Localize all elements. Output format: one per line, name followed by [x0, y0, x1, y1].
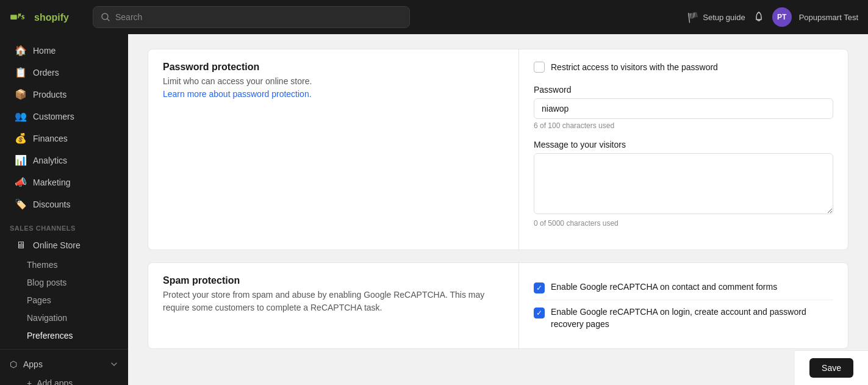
recaptcha-login-row: Enable Google reCAPTCHA on login, create…: [534, 300, 833, 336]
spam-right: Enable Google reCAPTCHA on contact and c…: [518, 263, 848, 348]
password-learn-more-link[interactable]: Learn more about password protection.: [163, 89, 312, 99]
apps-label: ⬡ Apps: [10, 359, 43, 369]
spam-panel: Spam protection Protect your store from …: [148, 263, 848, 348]
finances-icon: 💰: [15, 132, 27, 144]
save-button[interactable]: Save: [809, 358, 853, 378]
message-label: Message to your visitors: [534, 140, 833, 149]
sidebar-item-preferences[interactable]: Preferences: [5, 327, 123, 344]
sidebar-sub-label: Navigation: [27, 313, 67, 323]
chevron-down-icon: [110, 360, 118, 369]
search-input[interactable]: [115, 12, 402, 22]
sidebar-item-label: Discounts: [33, 200, 70, 209]
discounts-icon: 🏷️: [15, 198, 27, 210]
bell-icon: [753, 11, 765, 23]
main-layout: 🏠 Home 📋 Orders 📦 Products 👥 Customers 💰…: [0, 34, 868, 385]
spam-section-desc: Protect your store from spam and abuse b…: [163, 289, 489, 314]
password-char-count: 6 of 100 characters used: [534, 121, 833, 130]
sidebar-item-label: Analytics: [33, 156, 67, 165]
analytics-icon: 📊: [15, 154, 27, 166]
spam-left: Spam protection Protect your store from …: [148, 263, 504, 348]
message-form-group: Message to your visitors 0 of 5000 chara…: [534, 140, 833, 228]
sidebar-item-blog-posts[interactable]: Blog posts: [5, 274, 123, 291]
save-area: Save: [795, 350, 868, 385]
topbar-right: 🏴 Setup guide PT Popupsmart Test: [687, 7, 858, 27]
home-icon: 🏠: [15, 45, 27, 56]
sidebar-item-label: Products: [33, 90, 66, 99]
sidebar-sub-label: Pages: [27, 295, 51, 305]
sidebar-item-online-store[interactable]: 🖥 Online Store: [5, 235, 123, 256]
password-desc-text: Limit who can access your online store.: [163, 76, 312, 86]
sidebar-item-label: Finances: [33, 134, 68, 143]
search-bar[interactable]: [93, 6, 410, 28]
sidebar-item-navigation[interactable]: Navigation: [5, 309, 123, 326]
apps-section[interactable]: ⬡ Apps: [0, 354, 128, 374]
password-section-title: Password protection: [163, 62, 489, 73]
restrict-row: Restrict access to visitors with the pas…: [534, 62, 833, 73]
sidebar-sub-label: Preferences: [27, 331, 73, 340]
sidebar-item-analytics[interactable]: 📊 Analytics: [5, 149, 123, 171]
message-char-count: 0 of 5000 characters used: [534, 219, 833, 228]
online-store-icon: 🖥: [15, 240, 27, 251]
sidebar-item-orders[interactable]: 📋 Orders: [5, 62, 123, 83]
avatar[interactable]: PT: [772, 7, 792, 27]
add-apps-label: Add apps: [37, 378, 73, 385]
sidebar-item-marketing[interactable]: 📣 Marketing: [5, 171, 123, 193]
recaptcha-login-checkbox[interactable]: [534, 308, 545, 318]
sidebar-item-label: Online Store: [33, 240, 81, 250]
apps-icon: ⬡: [10, 359, 17, 369]
password-input[interactable]: [534, 98, 833, 119]
sidebar-footer: ⬡ Apps + Add apps: [0, 349, 128, 385]
recaptcha-contact-row: Enable Google reCAPTCHA on contact and c…: [534, 275, 833, 300]
notifications-button[interactable]: [753, 11, 765, 23]
recaptcha-contact-checkbox[interactable]: [534, 282, 545, 293]
message-textarea[interactable]: [534, 153, 833, 214]
sidebar-item-home[interactable]: 🏠 Home: [5, 40, 123, 61]
spam-protection-card: Spam protection Protect your store from …: [148, 262, 848, 349]
sidebar-item-label: Marketing: [33, 178, 70, 187]
restrict-checkbox[interactable]: [534, 62, 545, 73]
svg-text:shopify: shopify: [34, 12, 69, 23]
marketing-icon: 📣: [15, 176, 27, 188]
password-form-group: Password 6 of 100 characters used: [534, 85, 833, 130]
sidebar-item-label: Orders: [33, 68, 59, 77]
user-name: Popupsmart Test: [799, 13, 858, 22]
sidebar-item-label: Home: [33, 46, 56, 56]
svg-rect-0: [10, 15, 17, 20]
orders-icon: 📋: [15, 67, 27, 78]
sidebar-item-discounts[interactable]: 🏷️ Discounts: [5, 193, 123, 215]
recaptcha-contact-label: Enable Google reCAPTCHA on contact and c…: [551, 281, 777, 293]
password-left: Password protection Limit who can access…: [148, 49, 504, 250]
content-area: Password protection Limit who can access…: [128, 34, 868, 385]
sidebar-item-pages[interactable]: Pages: [5, 292, 123, 309]
spam-section-title: Spam protection: [163, 275, 489, 286]
sidebar-sub-label: Themes: [27, 260, 58, 270]
password-label: Password: [534, 85, 833, 95]
flag-icon: 🏴: [687, 12, 699, 23]
add-apps-button[interactable]: + Add apps: [5, 375, 123, 385]
plus-icon: +: [27, 378, 32, 385]
logo[interactable]: shopify: [10, 7, 83, 27]
sidebar-sub-label: Blog posts: [27, 278, 66, 287]
apps-text: Apps: [23, 359, 43, 369]
recaptcha-login-label: Enable Google reCAPTCHA on login, create…: [551, 306, 833, 330]
sidebar-item-themes[interactable]: Themes: [5, 256, 123, 273]
password-section-desc: Limit who can access your online store. …: [163, 75, 489, 101]
search-icon: [101, 12, 110, 22]
sidebar-item-label: Customers: [33, 112, 74, 121]
sales-channels-label: Sales channels: [0, 220, 128, 234]
sidebar-item-products[interactable]: 📦 Products: [5, 84, 123, 105]
restrict-label: Restrict access to visitors with the pas…: [551, 62, 718, 72]
setup-guide-button[interactable]: 🏴 Setup guide: [687, 12, 745, 23]
sidebar-item-finances[interactable]: 💰 Finances: [5, 128, 123, 149]
setup-guide-label: Setup guide: [703, 13, 745, 22]
sidebar: 🏠 Home 📋 Orders 📦 Products 👥 Customers 💰…: [0, 34, 128, 385]
topbar: shopify 🏴 Setup guide PT Popupsmart Test: [0, 0, 868, 34]
products-icon: 📦: [15, 88, 27, 100]
password-right: Restrict access to visitors with the pas…: [518, 49, 848, 250]
password-protection-card: Password protection Limit who can access…: [148, 49, 848, 250]
password-panel: Password protection Limit who can access…: [148, 49, 848, 250]
customers-icon: 👥: [15, 110, 27, 122]
sidebar-item-customers[interactable]: 👥 Customers: [5, 106, 123, 127]
